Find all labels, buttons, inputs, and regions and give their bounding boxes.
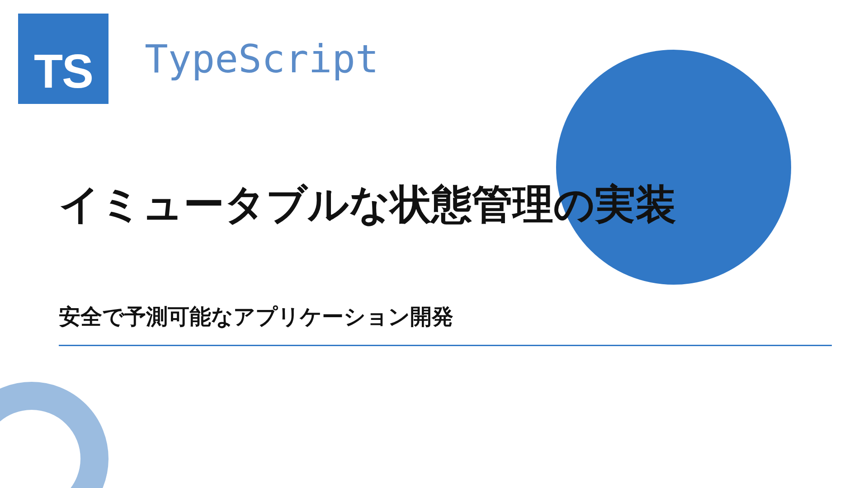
slide-title: イミュータブルな状態管理の実装 xyxy=(59,176,737,232)
typescript-label: TypeScript xyxy=(145,36,379,81)
badge-text: TS xyxy=(34,44,93,99)
decorative-circle-large xyxy=(556,50,791,285)
typescript-badge: TS xyxy=(18,14,108,104)
slide-subtitle: 安全で予測可能なアプリケーション開発 xyxy=(59,302,850,331)
decorative-circle-ring xyxy=(0,382,108,488)
divider-line xyxy=(59,345,832,346)
slide-container: TS TypeScript イミュータブルな状態管理の実装 安全で予測可能なアプ… xyxy=(0,0,868,488)
